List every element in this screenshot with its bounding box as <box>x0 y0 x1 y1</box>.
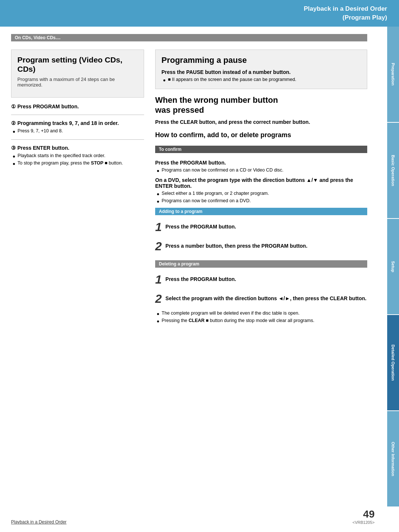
pause-section: Programming a pause Press the PAUSE butt… <box>155 50 367 89</box>
bullet-dot: ● <box>13 129 16 134</box>
program-setting-box: Program setting (Video CDs, CDs) Program… <box>11 50 144 98</box>
adding-step2-row: 2 Press a number button, then press the … <box>155 240 367 252</box>
pause-sub: Press the PAUSE button instead of a numb… <box>161 69 361 75</box>
on-cds-label: On CDs, Video CDs.... <box>11 34 367 41</box>
confirm-bullet2a: ● Select either a 1 title program, or 2 … <box>155 191 367 197</box>
deleting-step1-row: 1 Press the PROGRAM button. <box>155 274 367 285</box>
program-setting-subtitle: Programs with a maximum of 24 steps can … <box>17 77 138 88</box>
pause-bullet: ● ■ II appears on the screen and the pau… <box>161 77 361 83</box>
bullet-dot2: ● <box>13 154 16 159</box>
wrong-sub: Press the CLEAR button, and press the co… <box>155 119 367 125</box>
step1-label: ① Press PROGRAM button. <box>11 104 144 109</box>
page-number: 49 <box>363 508 375 520</box>
pause-heading: Programming a pause <box>161 55 361 65</box>
deleting-step1-num: 1 <box>155 274 162 285</box>
left-column: Program setting (Video CDs, CDs) Program… <box>11 50 144 324</box>
deleting-step2-text: Select the program with the direction bu… <box>166 293 366 302</box>
footer: Playback in a Desired Order 49 <VRB1205> <box>0 508 386 525</box>
program-setting-title: Program setting (Video CDs, CDs) <box>17 55 138 74</box>
tab-preparation[interactable]: Preparation <box>387 27 399 122</box>
deleting-step1-text: Press the PROGRAM button. <box>166 274 236 282</box>
right-column: Programming a pause Press the PAUSE butt… <box>155 50 367 324</box>
confirm-main-heading: How to confirm, add to, or delete progra… <box>155 131 367 139</box>
two-col-layout: Program setting (Video CDs, CDs) Program… <box>11 50 367 324</box>
footer-code: <VRB1205> <box>352 520 375 525</box>
adding-step1-text: Press the PROGRAM button. <box>166 221 236 230</box>
deleting-step2-num: 2 <box>155 293 162 305</box>
pause-bullet-dot: ● <box>163 78 166 83</box>
tab-setup[interactable]: Setup <box>387 219 399 314</box>
wrong-button-section: When the wrong number button was pressed… <box>155 95 367 125</box>
adding-step2-num: 2 <box>155 240 162 252</box>
deleting-label: Deleting a program <box>155 260 367 268</box>
wrong-heading: When the wrong number button was pressed <box>155 95 367 115</box>
bullet-dot3: ● <box>13 161 16 166</box>
header-title: Playback in a Desired Order (Program Pla… <box>304 4 387 22</box>
step3-bullet2: ● To stop the program play, press the ST… <box>11 160 144 166</box>
footer-link[interactable]: Playback in a Desired Order <box>11 519 66 525</box>
confirm-dvd-heading: On a DVD, select the program type with t… <box>155 177 367 189</box>
right-sidebar: Preparation Basic Operation Setup Detail… <box>387 27 399 507</box>
tab-basic-operation[interactable]: Basic Operation <box>387 123 399 218</box>
divider2 <box>11 139 144 140</box>
tab-other-information[interactable]: Other Information <box>387 411 399 506</box>
footer-right: 49 <VRB1205> <box>352 508 375 525</box>
adding-step1-row: 1 Press the PROGRAM button. <box>155 221 367 233</box>
adding-step2-text: Press a number button, then press the PR… <box>166 240 307 249</box>
tab-detailed-operation[interactable]: Detailed Operation <box>387 315 399 410</box>
divider1 <box>11 115 144 115</box>
adding-label: Adding to a program <box>155 208 367 215</box>
confirm-bullet1: ● Programs can now be confirmed on a CD … <box>155 167 367 173</box>
deleting-step2-row: 2 Select the program with the direction … <box>155 293 367 305</box>
step3-bullet1: ● Playback starts in the specified track… <box>11 153 144 159</box>
confirm-bullet2b: ● Programs can now be confirmed on a DVD… <box>155 198 367 204</box>
step3-label: ③ Press ENTER button. <box>11 145 144 151</box>
step2-label: ② Programming tracks 9, 7, and 18 in ord… <box>11 120 144 126</box>
confirm-delete-section: How to confirm, add to, or delete progra… <box>155 131 367 324</box>
deleting-bullet2: ● Pressing the CLEAR ■ button during the… <box>155 318 367 324</box>
deleting-bullet1: ● The complete program will be deleted e… <box>155 311 367 316</box>
header-bar: Playback in a Desired Order (Program Pla… <box>0 0 399 27</box>
adding-step1-num: 1 <box>155 221 162 233</box>
to-confirm-label: To confirm <box>155 146 367 153</box>
step2-bullet: ● Press 9, 7, +10 and 8. <box>11 128 144 134</box>
confirm-press-program: Press the PROGRAM button. <box>155 160 367 166</box>
main-content: On CDs, Video CDs.... Program setting (V… <box>0 27 386 331</box>
